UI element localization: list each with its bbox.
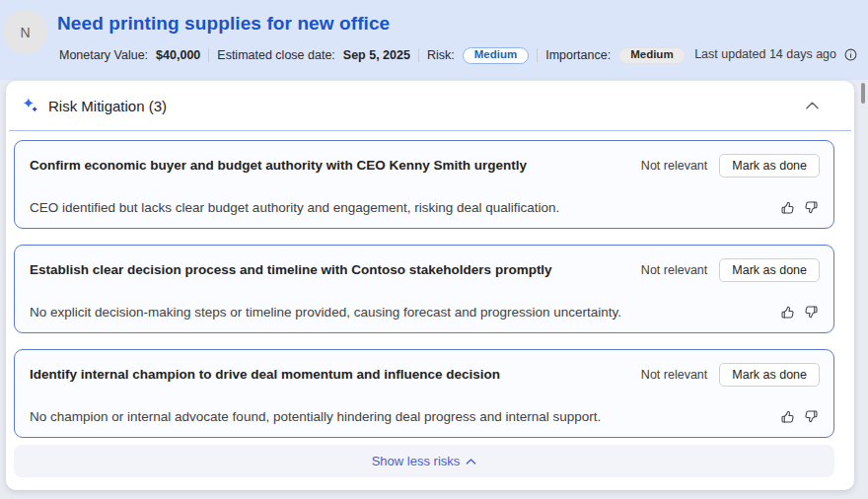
thumb-down-icon[interactable] [803,408,820,425]
close-date: Sep 5, 2025 [343,48,410,62]
divider [537,48,538,62]
thumb-down-icon[interactable] [803,304,820,321]
risk-card: Identify internal champion to drive deal… [14,349,834,438]
mark-as-done-button[interactable]: Mark as done [719,258,820,282]
divider [418,48,419,62]
thumb-down-icon[interactable] [803,199,820,216]
avatar-initial: N [20,25,30,40]
divider [208,48,209,62]
risk-description: CEO identified but lacks clear budget au… [30,200,559,215]
importance-label: Importance: [545,48,611,62]
mark-as-done-button[interactable]: Mark as done [719,154,820,178]
thumb-up-icon[interactable] [779,408,796,425]
sparkle-icon [22,97,39,114]
risk-badge: Medium [463,47,529,64]
risk-card-list: Confirm economic buyer and budget author… [6,131,854,438]
thumb-up-icon[interactable] [779,304,796,321]
importance-badge: Medium [618,47,685,64]
show-less-risks-button[interactable]: Show less risks [14,445,834,477]
risk-description: No champion or internal advocate found, … [30,409,601,424]
section-header: Risk Mitigation (3) [9,81,851,131]
monetary-value-label: Monetary Value: [59,48,148,62]
thumb-up-icon[interactable] [779,199,796,216]
info-icon[interactable] [843,47,858,62]
last-updated-text: Last updated 14 days ago [694,47,836,61]
risk-title: Identify internal champion to drive deal… [30,363,500,382]
risk-description: No explicit decision-making steps or tim… [30,305,621,320]
chevron-up-icon [805,101,820,110]
close-date-label: Estimated close date: [217,48,335,62]
risk-card: Confirm economic buyer and budget author… [14,140,834,229]
risk-title: Establish clear decision process and tim… [30,258,552,277]
show-less-risks-label: Show less risks [372,454,461,468]
mark-as-done-button[interactable]: Mark as done [719,363,820,387]
avatar: N [3,10,47,54]
collapse-section-button[interactable] [800,94,824,117]
not-relevant-button[interactable]: Not relevant [639,259,709,281]
not-relevant-button[interactable]: Not relevant [639,155,709,177]
risk-title: Confirm economic buyer and budget author… [30,154,527,173]
risk-label: Risk: [427,48,455,62]
section-title: Risk Mitigation (3) [48,98,167,114]
not-relevant-button[interactable]: Not relevant [639,364,709,386]
monetary-value: $40,000 [156,48,200,62]
chevron-up-icon [466,458,476,465]
scrollbar-thumb[interactable] [861,83,865,104]
risk-mitigation-panel: Risk Mitigation (3) Confirm economic buy… [6,81,854,490]
deal-header: N Need printing supplies for new office … [0,0,868,80]
deal-meta-row: Monetary Value: $40,000 Estimated close … [59,46,686,64]
page-title: Need printing supplies for new office [57,13,390,35]
risk-card: Establish clear decision process and tim… [14,245,834,333]
